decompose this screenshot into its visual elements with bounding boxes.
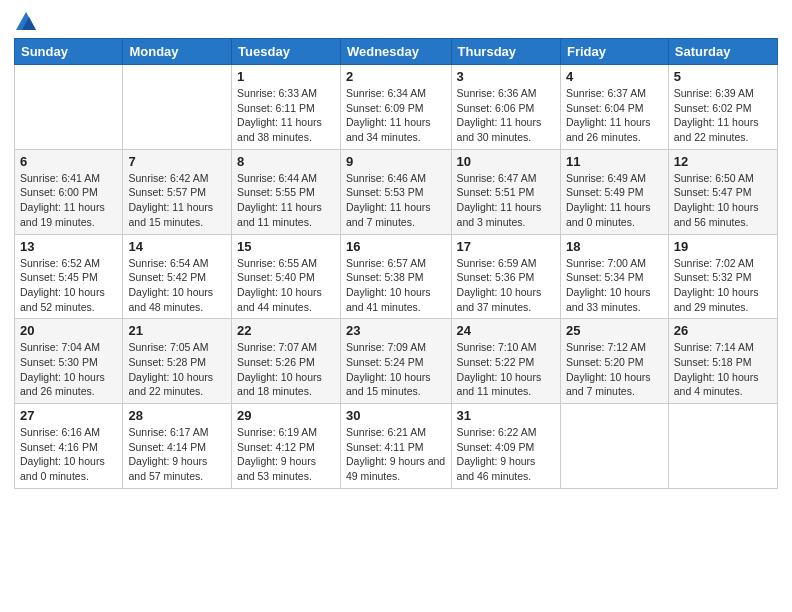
calendar-cell: 21Sunrise: 7:05 AM Sunset: 5:28 PM Dayli… [123, 319, 232, 404]
day-info: Sunrise: 7:00 AM Sunset: 5:34 PM Dayligh… [566, 256, 663, 315]
week-row-3: 13Sunrise: 6:52 AM Sunset: 5:45 PM Dayli… [15, 234, 778, 319]
weekday-header-row: SundayMondayTuesdayWednesdayThursdayFrid… [15, 39, 778, 65]
day-number: 16 [346, 239, 446, 254]
day-number: 3 [457, 69, 555, 84]
day-number: 23 [346, 323, 446, 338]
calendar-cell: 24Sunrise: 7:10 AM Sunset: 5:22 PM Dayli… [451, 319, 560, 404]
day-info: Sunrise: 6:50 AM Sunset: 5:47 PM Dayligh… [674, 171, 772, 230]
day-number: 30 [346, 408, 446, 423]
calendar-cell: 19Sunrise: 7:02 AM Sunset: 5:32 PM Dayli… [668, 234, 777, 319]
calendar-cell [15, 65, 123, 150]
day-number: 14 [128, 239, 226, 254]
calendar-cell: 16Sunrise: 6:57 AM Sunset: 5:38 PM Dayli… [340, 234, 451, 319]
day-info: Sunrise: 6:55 AM Sunset: 5:40 PM Dayligh… [237, 256, 335, 315]
week-row-5: 27Sunrise: 6:16 AM Sunset: 4:16 PM Dayli… [15, 404, 778, 489]
day-info: Sunrise: 7:02 AM Sunset: 5:32 PM Dayligh… [674, 256, 772, 315]
logo-icon [16, 12, 36, 30]
calendar-cell: 18Sunrise: 7:00 AM Sunset: 5:34 PM Dayli… [560, 234, 668, 319]
day-number: 5 [674, 69, 772, 84]
day-info: Sunrise: 6:44 AM Sunset: 5:55 PM Dayligh… [237, 171, 335, 230]
weekday-header-tuesday: Tuesday [232, 39, 341, 65]
day-info: Sunrise: 6:37 AM Sunset: 6:04 PM Dayligh… [566, 86, 663, 145]
weekday-header-saturday: Saturday [668, 39, 777, 65]
week-row-1: 1Sunrise: 6:33 AM Sunset: 6:11 PM Daylig… [15, 65, 778, 150]
day-info: Sunrise: 6:36 AM Sunset: 6:06 PM Dayligh… [457, 86, 555, 145]
calendar-cell: 7Sunrise: 6:42 AM Sunset: 5:57 PM Daylig… [123, 149, 232, 234]
calendar-cell: 13Sunrise: 6:52 AM Sunset: 5:45 PM Dayli… [15, 234, 123, 319]
week-row-2: 6Sunrise: 6:41 AM Sunset: 6:00 PM Daylig… [15, 149, 778, 234]
day-info: Sunrise: 6:54 AM Sunset: 5:42 PM Dayligh… [128, 256, 226, 315]
calendar-cell: 30Sunrise: 6:21 AM Sunset: 4:11 PM Dayli… [340, 404, 451, 489]
weekday-header-wednesday: Wednesday [340, 39, 451, 65]
header [14, 10, 778, 30]
day-number: 10 [457, 154, 555, 169]
calendar-cell: 27Sunrise: 6:16 AM Sunset: 4:16 PM Dayli… [15, 404, 123, 489]
calendar-cell: 9Sunrise: 6:46 AM Sunset: 5:53 PM Daylig… [340, 149, 451, 234]
day-info: Sunrise: 6:41 AM Sunset: 6:00 PM Dayligh… [20, 171, 117, 230]
day-number: 1 [237, 69, 335, 84]
calendar-cell: 23Sunrise: 7:09 AM Sunset: 5:24 PM Dayli… [340, 319, 451, 404]
day-info: Sunrise: 6:52 AM Sunset: 5:45 PM Dayligh… [20, 256, 117, 315]
calendar-cell: 2Sunrise: 6:34 AM Sunset: 6:09 PM Daylig… [340, 65, 451, 150]
day-info: Sunrise: 6:21 AM Sunset: 4:11 PM Dayligh… [346, 425, 446, 484]
day-info: Sunrise: 6:46 AM Sunset: 5:53 PM Dayligh… [346, 171, 446, 230]
day-info: Sunrise: 6:49 AM Sunset: 5:49 PM Dayligh… [566, 171, 663, 230]
calendar-cell: 14Sunrise: 6:54 AM Sunset: 5:42 PM Dayli… [123, 234, 232, 319]
day-number: 9 [346, 154, 446, 169]
calendar-cell: 28Sunrise: 6:17 AM Sunset: 4:14 PM Dayli… [123, 404, 232, 489]
day-info: Sunrise: 6:59 AM Sunset: 5:36 PM Dayligh… [457, 256, 555, 315]
day-number: 15 [237, 239, 335, 254]
day-info: Sunrise: 6:17 AM Sunset: 4:14 PM Dayligh… [128, 425, 226, 484]
day-number: 27 [20, 408, 117, 423]
day-number: 4 [566, 69, 663, 84]
day-number: 29 [237, 408, 335, 423]
day-number: 19 [674, 239, 772, 254]
calendar-cell: 20Sunrise: 7:04 AM Sunset: 5:30 PM Dayli… [15, 319, 123, 404]
day-number: 11 [566, 154, 663, 169]
day-number: 20 [20, 323, 117, 338]
day-info: Sunrise: 7:10 AM Sunset: 5:22 PM Dayligh… [457, 340, 555, 399]
calendar-cell: 15Sunrise: 6:55 AM Sunset: 5:40 PM Dayli… [232, 234, 341, 319]
calendar-cell: 26Sunrise: 7:14 AM Sunset: 5:18 PM Dayli… [668, 319, 777, 404]
weekday-header-monday: Monday [123, 39, 232, 65]
calendar-cell [123, 65, 232, 150]
weekday-header-thursday: Thursday [451, 39, 560, 65]
day-number: 6 [20, 154, 117, 169]
day-number: 28 [128, 408, 226, 423]
calendar-cell: 22Sunrise: 7:07 AM Sunset: 5:26 PM Dayli… [232, 319, 341, 404]
day-info: Sunrise: 6:42 AM Sunset: 5:57 PM Dayligh… [128, 171, 226, 230]
calendar-cell: 17Sunrise: 6:59 AM Sunset: 5:36 PM Dayli… [451, 234, 560, 319]
weekday-header-friday: Friday [560, 39, 668, 65]
calendar-cell [668, 404, 777, 489]
day-number: 31 [457, 408, 555, 423]
day-info: Sunrise: 6:16 AM Sunset: 4:16 PM Dayligh… [20, 425, 117, 484]
day-info: Sunrise: 7:04 AM Sunset: 5:30 PM Dayligh… [20, 340, 117, 399]
day-number: 13 [20, 239, 117, 254]
calendar-cell: 25Sunrise: 7:12 AM Sunset: 5:20 PM Dayli… [560, 319, 668, 404]
day-info: Sunrise: 6:22 AM Sunset: 4:09 PM Dayligh… [457, 425, 555, 484]
day-number: 17 [457, 239, 555, 254]
day-number: 8 [237, 154, 335, 169]
day-info: Sunrise: 7:07 AM Sunset: 5:26 PM Dayligh… [237, 340, 335, 399]
calendar-cell: 6Sunrise: 6:41 AM Sunset: 6:00 PM Daylig… [15, 149, 123, 234]
calendar-cell: 8Sunrise: 6:44 AM Sunset: 5:55 PM Daylig… [232, 149, 341, 234]
calendar-table: SundayMondayTuesdayWednesdayThursdayFrid… [14, 38, 778, 489]
calendar-cell: 11Sunrise: 6:49 AM Sunset: 5:49 PM Dayli… [560, 149, 668, 234]
week-row-4: 20Sunrise: 7:04 AM Sunset: 5:30 PM Dayli… [15, 319, 778, 404]
logo [14, 14, 36, 30]
day-info: Sunrise: 6:33 AM Sunset: 6:11 PM Dayligh… [237, 86, 335, 145]
day-number: 25 [566, 323, 663, 338]
day-number: 2 [346, 69, 446, 84]
weekday-header-sunday: Sunday [15, 39, 123, 65]
day-info: Sunrise: 7:09 AM Sunset: 5:24 PM Dayligh… [346, 340, 446, 399]
calendar-cell: 29Sunrise: 6:19 AM Sunset: 4:12 PM Dayli… [232, 404, 341, 489]
day-number: 18 [566, 239, 663, 254]
day-number: 22 [237, 323, 335, 338]
day-info: Sunrise: 6:47 AM Sunset: 5:51 PM Dayligh… [457, 171, 555, 230]
day-info: Sunrise: 6:57 AM Sunset: 5:38 PM Dayligh… [346, 256, 446, 315]
day-number: 12 [674, 154, 772, 169]
day-info: Sunrise: 6:34 AM Sunset: 6:09 PM Dayligh… [346, 86, 446, 145]
day-number: 26 [674, 323, 772, 338]
calendar-cell: 12Sunrise: 6:50 AM Sunset: 5:47 PM Dayli… [668, 149, 777, 234]
day-info: Sunrise: 7:05 AM Sunset: 5:28 PM Dayligh… [128, 340, 226, 399]
